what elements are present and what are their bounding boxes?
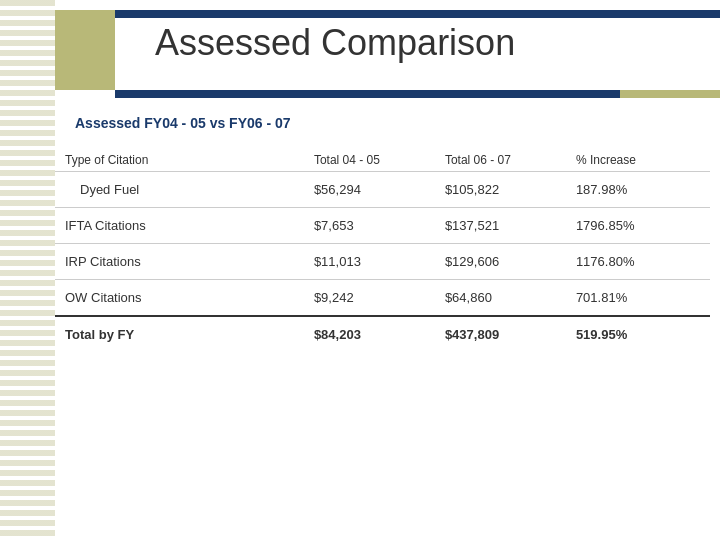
header-total06: Total 06 - 07 bbox=[435, 149, 566, 172]
header-type: Type of Citation bbox=[55, 149, 304, 172]
cell-type: Total by FY bbox=[55, 316, 304, 352]
table-row: Total by FY$84,203$437,809519.95% bbox=[55, 316, 710, 352]
table-row: IFTA Citations$7,653$137,5211796.85% bbox=[55, 208, 710, 244]
cell-pct: 1796.85% bbox=[566, 208, 710, 244]
cell-pct: 519.95% bbox=[566, 316, 710, 352]
cell-pct: 1176.80% bbox=[566, 244, 710, 280]
cell-total06: $129,606 bbox=[435, 244, 566, 280]
decorative-top-blue-bar bbox=[115, 10, 720, 18]
page-title: Assessed Comparison bbox=[155, 22, 515, 64]
header-total04: Total 04 - 05 bbox=[304, 149, 435, 172]
cell-total06: $437,809 bbox=[435, 316, 566, 352]
cell-total06: $64,860 bbox=[435, 280, 566, 317]
cell-type: Dyed Fuel bbox=[55, 172, 304, 208]
table-header-row: Type of Citation Total 04 - 05 Total 06 … bbox=[55, 149, 710, 172]
cell-type: IRP Citations bbox=[55, 244, 304, 280]
content-area: Assessed FY04 - 05 vs FY06 - 07 Type of … bbox=[55, 115, 710, 520]
comparison-table: Type of Citation Total 04 - 05 Total 06 … bbox=[55, 149, 710, 352]
cell-total04: $7,653 bbox=[304, 208, 435, 244]
decorative-right-accent bbox=[620, 90, 720, 98]
table-row: IRP Citations$11,013$129,6061176.80% bbox=[55, 244, 710, 280]
header-pct: % Increase bbox=[566, 149, 710, 172]
cell-type: IFTA Citations bbox=[55, 208, 304, 244]
cell-type: OW Citations bbox=[55, 280, 304, 317]
cell-pct: 701.81% bbox=[566, 280, 710, 317]
cell-total06: $137,521 bbox=[435, 208, 566, 244]
decorative-left-bar bbox=[0, 0, 55, 540]
decorative-olive-rect bbox=[55, 10, 115, 90]
cell-total06: $105,822 bbox=[435, 172, 566, 208]
table-row: OW Citations$9,242$64,860701.81% bbox=[55, 280, 710, 317]
table-row: Dyed Fuel$56,294$105,822187.98% bbox=[55, 172, 710, 208]
cell-total04: $9,242 bbox=[304, 280, 435, 317]
cell-total04: $56,294 bbox=[304, 172, 435, 208]
cell-total04: $84,203 bbox=[304, 316, 435, 352]
subtitle: Assessed FY04 - 05 vs FY06 - 07 bbox=[75, 115, 710, 131]
cell-pct: 187.98% bbox=[566, 172, 710, 208]
cell-total04: $11,013 bbox=[304, 244, 435, 280]
